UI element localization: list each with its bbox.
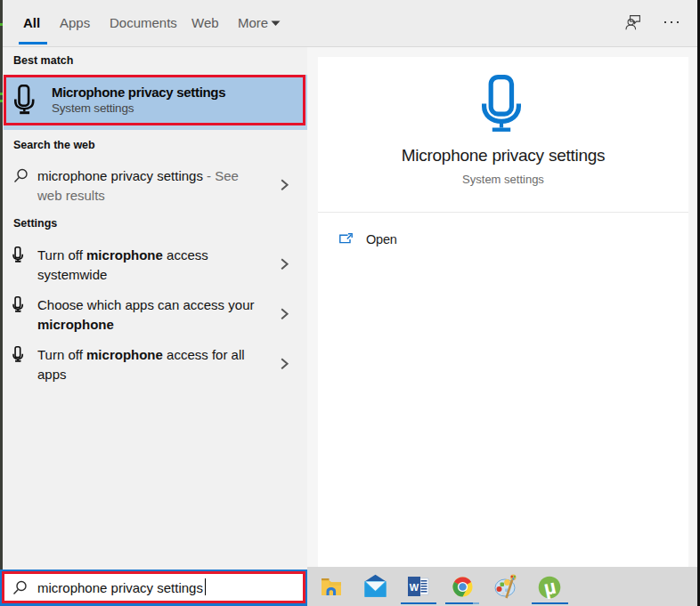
svg-text:W: W bbox=[410, 582, 419, 593]
